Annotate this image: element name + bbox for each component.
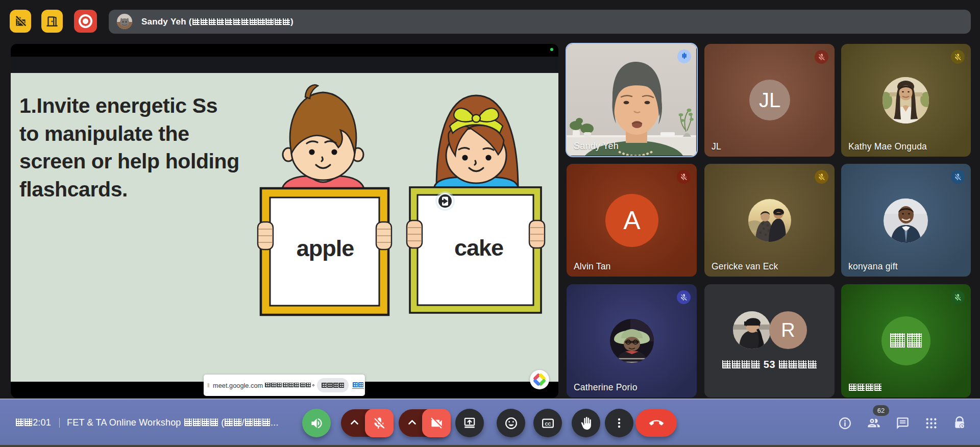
svg-text:CC: CC <box>545 421 551 426</box>
svg-text:apple: apple <box>297 235 354 261</box>
svg-text:cake: cake <box>454 235 503 261</box>
